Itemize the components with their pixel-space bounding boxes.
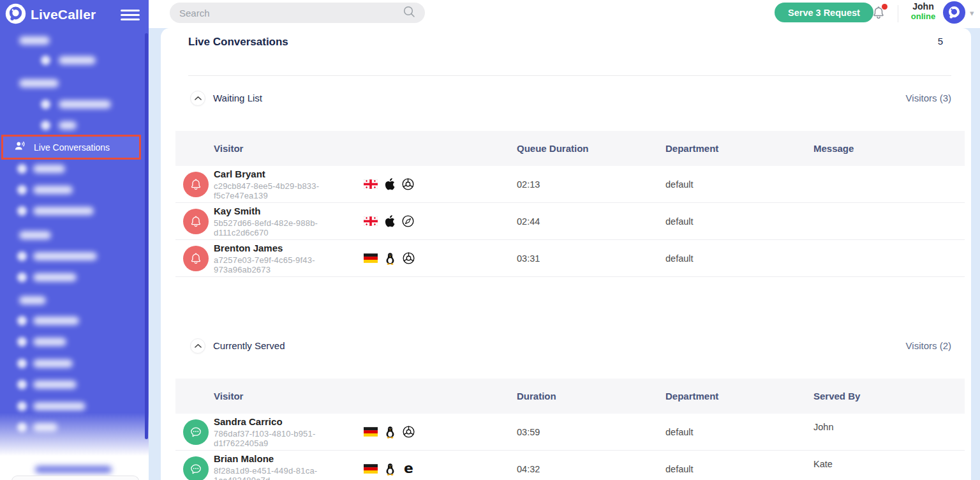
served-row[interactable]: Brian Malone 8f28a1d9-e451-449d-81ca-1ca… <box>175 451 965 480</box>
sidebar-section-label <box>19 79 59 87</box>
queue-duration-cell: 02:44 <box>517 216 665 227</box>
sidebar-item[interactable] <box>33 359 73 368</box>
waiting-visitors-count: Visitors (3) <box>906 93 951 103</box>
sidebar: LiveCaller Live Conversations <box>0 0 149 480</box>
search-icon <box>403 5 415 20</box>
sidebar-item[interactable] <box>59 121 77 130</box>
visitor-uuid: 786daf37-f103-4810-b951-d1f7622405a9 <box>214 429 364 448</box>
column-header-duration: Duration <box>517 391 665 401</box>
sidebar-item[interactable] <box>59 56 96 64</box>
sidebar-item[interactable] <box>59 100 111 109</box>
user-avatar[interactable] <box>943 1 965 24</box>
sidebar-item-icon <box>17 380 27 389</box>
sidebar-item[interactable] <box>33 273 77 281</box>
visitor-uuid: a7257e03-7e9f-4c65-9f43-973a96ab2673 <box>214 255 364 274</box>
sidebar-item[interactable] <box>33 402 85 410</box>
waiting-row[interactable]: Carl Bryant c29cb847-8ee5-4b29-b833-f5c7… <box>175 166 965 203</box>
sidebar-item[interactable] <box>33 423 57 431</box>
hamburger-menu-icon[interactable] <box>121 7 140 23</box>
waiting-list-title: Waiting List <box>213 93 262 103</box>
waiting-row[interactable]: Brenton James a7257e03-7e9f-4c65-9f43-97… <box>175 240 965 277</box>
sidebar-item[interactable] <box>33 186 73 194</box>
os-icon <box>385 252 396 265</box>
chat-icon <box>183 419 209 445</box>
bell-icon <box>183 246 209 271</box>
sidebar-item[interactable] <box>33 207 94 215</box>
queue-duration-cell: 02:13 <box>517 179 665 190</box>
department-cell: default <box>665 216 813 227</box>
sidebar-item[interactable] <box>33 380 77 389</box>
browser-icon <box>403 426 415 438</box>
live-conversations-icon <box>14 140 27 154</box>
country-flag-icon <box>364 216 378 226</box>
sidebar-footer-panel <box>11 476 139 480</box>
sidebar-section-label <box>19 296 46 304</box>
serve-request-button[interactable]: Serve 3 Request <box>775 3 873 22</box>
waiting-list-collapse-button[interactable] <box>190 91 205 106</box>
chat-icon <box>183 456 209 480</box>
sidebar-item-live-conversations[interactable]: Live Conversations <box>1 135 141 160</box>
sidebar-item[interactable] <box>33 338 66 346</box>
os-icon <box>385 178 395 190</box>
sidebar-item-icon <box>17 185 27 195</box>
chevron-up-icon <box>195 96 202 101</box>
served-row[interactable]: Sandra Carrico 786daf37-f103-4810-b951-d… <box>175 414 965 451</box>
search-input[interactable] <box>179 8 403 19</box>
currently-served-title: Currently Served <box>213 340 285 351</box>
sidebar-item-icon <box>41 56 50 65</box>
divider <box>188 75 951 76</box>
bell-icon <box>183 172 209 197</box>
visitor-name: Carl Bryant <box>214 169 364 179</box>
notifications-bell-icon[interactable] <box>872 5 888 23</box>
currently-served-collapse-button[interactable] <box>190 338 205 354</box>
os-icon <box>385 215 395 227</box>
sidebar-item[interactable] <box>33 165 65 173</box>
topbar: Serve 3 Request John online ▾ <box>149 0 980 28</box>
sidebar-item[interactable] <box>33 317 79 325</box>
user-menu-chevron-down-icon[interactable]: ▾ <box>970 8 974 18</box>
country-flag-icon <box>364 464 378 474</box>
sidebar-item-label: Live Conversations <box>34 142 110 153</box>
browser-icon <box>403 252 415 264</box>
visitor-name: Sandra Carrico <box>214 416 364 427</box>
served-table-header: Visitor Duration Department Served By <box>175 379 965 414</box>
sidebar-item-icon <box>17 359 27 368</box>
topbar-divider <box>898 5 898 22</box>
search-bar[interactable] <box>170 3 425 23</box>
os-icon <box>385 426 396 439</box>
visitor-name: Kay Smith <box>214 206 364 216</box>
svg-text:e: e <box>404 463 413 475</box>
bell-icon <box>183 209 209 234</box>
user-name: John <box>905 1 941 11</box>
sidebar-scrollbar[interactable] <box>145 33 148 439</box>
sidebar-section-label <box>19 231 51 239</box>
waiting-list-section-header: Waiting List Visitors (3) <box>161 91 971 106</box>
column-header-visitor: Visitor <box>175 143 517 154</box>
user-menu[interactable]: John online <box>905 1 941 21</box>
visitor-uuid: c29cb847-8ee5-4b29-b833-f5c7e47ea139 <box>214 181 364 200</box>
waiting-list-table: Visitor Queue Duration Department Messag… <box>175 131 965 277</box>
sidebar-footer-link[interactable] <box>35 466 112 473</box>
department-cell: default <box>665 179 813 190</box>
country-flag-icon <box>364 427 378 437</box>
sidebar-item-icon <box>17 251 27 261</box>
browser-icon <box>402 178 414 190</box>
visitor-name: Brian Malone <box>214 453 364 464</box>
notification-badge <box>882 4 887 10</box>
duration-cell: 04:32 <box>517 464 665 474</box>
currently-served-section-header: Currently Served Visitors (2) <box>161 338 971 354</box>
chevron-up-icon <box>195 343 202 349</box>
main-content: Live Conversations 5 Waiting List Visito… <box>161 28 971 480</box>
country-flag-icon <box>364 253 378 263</box>
sidebar-item-icon <box>17 273 27 282</box>
sidebar-item-icon <box>17 337 27 347</box>
column-header-queue-duration: Queue Duration <box>517 143 665 154</box>
column-header-served-by: Served By <box>813 391 965 401</box>
waiting-table-header: Visitor Queue Duration Department Messag… <box>175 131 965 166</box>
sidebar-item[interactable] <box>33 252 97 260</box>
sidebar-item-icon <box>17 206 27 216</box>
waiting-row[interactable]: Kay Smith 5b527d66-8efd-482e-988b-d111c2… <box>175 203 965 240</box>
visitor-uuid: 5b527d66-8efd-482e-988b-d111c2d6c670 <box>214 218 364 237</box>
page-title: Live Conversations <box>188 36 288 49</box>
visitor-uuid: 8f28a1d9-e451-449d-81ca-1ca482480a7d <box>214 466 364 480</box>
